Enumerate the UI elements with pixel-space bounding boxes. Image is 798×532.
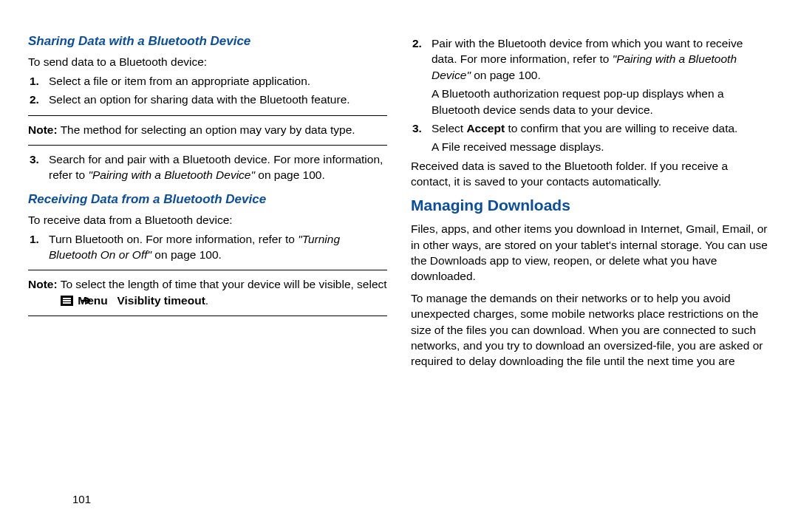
step-text-tail: on page 100. — [471, 69, 541, 81]
step-sub: A File received message displays. — [432, 139, 770, 154]
cross-ref: "Pairing with a Bluetooth Device" — [88, 168, 255, 181]
divider — [28, 145, 387, 146]
step-number: 3. — [30, 151, 39, 167]
list-item: 3. Select Accept to confirm that you are… — [411, 120, 770, 155]
intro-receiving: To receive data from a Bluetooth device: — [28, 212, 387, 228]
divider — [28, 115, 387, 116]
step-text: Select an option for sharing data with t… — [49, 93, 350, 106]
document-page: Sharing Data with a Bluetooth Device To … — [0, 0, 798, 532]
step-text: Turn Bluetooth on. For more information,… — [49, 233, 298, 245]
step-text-tail: to confirm that you are willing to recei… — [505, 122, 737, 134]
para-received: Received data is saved to the Bluetooth … — [411, 158, 770, 190]
step-number: 2. — [30, 92, 39, 107]
step-number: 1. — [30, 231, 39, 247]
step-text-tail: on page 100. — [255, 168, 325, 181]
list-item: 3. Search for and pair with a Bluetooth … — [28, 151, 387, 183]
accept-label: Accept — [466, 122, 505, 134]
list-item: 1. Turn Bluetooth on. For more informati… — [28, 231, 387, 263]
note-sharing: Note: The method for selecting an option… — [28, 122, 387, 137]
divider — [28, 316, 387, 316]
heading-sharing: Sharing Data with a Bluetooth Device — [28, 33, 387, 50]
note-label: Note: — [28, 123, 58, 136]
steps-sharing-cont: 3. Search for and pair with a Bluetooth … — [28, 151, 387, 183]
step-sub: A Bluetooth authorization request pop-up… — [432, 86, 770, 117]
divider — [28, 270, 387, 270]
step-number: 2. — [412, 35, 422, 51]
left-column: Sharing Data with a Bluetooth Device To … — [28, 33, 387, 375]
para-managing-1: Files, apps, and other items you downloa… — [411, 221, 770, 284]
heading-receiving: Receiving Data from a Bluetooth Device — [28, 191, 387, 208]
right-column: 2. Pair with the Bluetooth device from w… — [411, 33, 770, 375]
steps-receiving: 1. Turn Bluetooth on. For more informati… — [28, 231, 387, 263]
page-number: 101 — [72, 493, 91, 505]
steps-sharing: 1. Select a file or item from an appropr… — [28, 73, 387, 108]
step-text: Select — [432, 122, 466, 134]
columns: Sharing Data with a Bluetooth Device To … — [28, 33, 770, 375]
step-text: Select a file or item from an appropriat… — [49, 75, 310, 87]
step-text-tail: on page 100. — [151, 248, 222, 261]
step-number: 3. — [412, 120, 422, 136]
list-item: 1. Select a file or item from an appropr… — [28, 73, 387, 89]
visibility-timeout-label: Visiblity timeout — [117, 294, 205, 307]
note-end: . — [205, 294, 208, 307]
menu-icon — [61, 296, 73, 306]
list-item: 2. Select an option for sharing data wit… — [28, 92, 387, 107]
note-text: To select the length of time that your d… — [61, 278, 387, 290]
heading-managing-downloads: Managing Downloads — [411, 195, 770, 216]
note-receiving: Note: To select the length of time that … — [28, 276, 387, 308]
note-label: Note: — [28, 278, 58, 290]
step-number: 1. — [30, 73, 39, 89]
intro-sharing: To send data to a Bluetooth device: — [28, 54, 387, 69]
steps-receiving-cont: 2. Pair with the Bluetooth device from w… — [411, 35, 770, 155]
para-managing-2: To manage the demands on their networks … — [411, 290, 770, 369]
note-text: The method for selecting an option may v… — [61, 123, 355, 136]
list-item: 2. Pair with the Bluetooth device from w… — [411, 35, 770, 117]
